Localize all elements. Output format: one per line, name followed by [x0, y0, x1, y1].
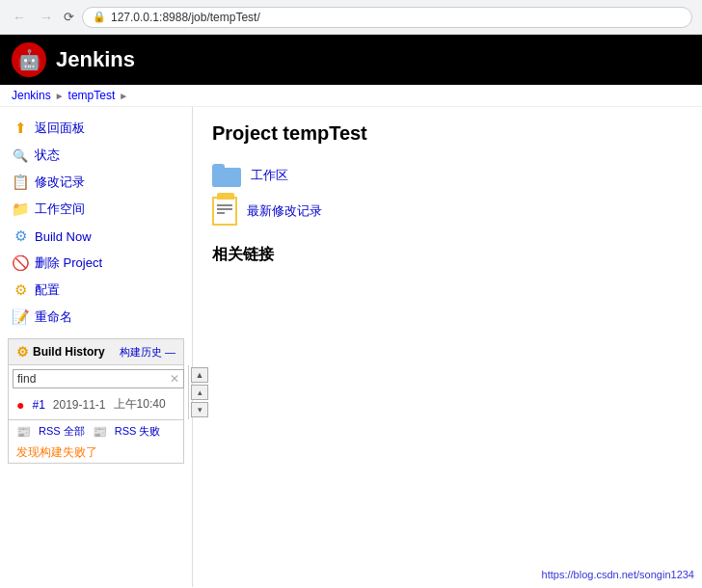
search-icon: 🔍: [12, 147, 29, 164]
build-item: ● #1 2019-11-1 上午10:40: [9, 392, 188, 416]
sidebar-label-rename[interactable]: 重命名: [35, 308, 72, 326]
build-number-link[interactable]: #1: [32, 398, 44, 412]
breadcrumb-arrow-2: ►: [119, 91, 128, 101]
sidebar-item-build-now[interactable]: ⚙ Build Now: [0, 223, 192, 250]
build-search-box: ✕: [13, 369, 184, 388]
sidebar-item-status[interactable]: 🔍 状态: [0, 142, 192, 169]
build-history-link[interactable]: 构建历史 —: [120, 345, 176, 360]
sidebar: ⬆ 返回面板 🔍 状态 📋 修改记录 📁 工作空间 ⚙ Build Now 🚫 …: [0, 107, 193, 587]
sidebar-item-rename[interactable]: 📝 重命名: [0, 304, 192, 331]
rename-icon: 📝: [12, 308, 29, 326]
build-icon: ⚙: [12, 227, 29, 245]
jenkins-title: Jenkins: [56, 47, 135, 72]
watermark: https://blog.csdn.net/songin1234: [542, 569, 694, 580]
sidebar-label-workspace[interactable]: 工作空间: [35, 200, 85, 218]
delete-icon: 🚫: [12, 254, 29, 272]
rss-all-icon: 📰: [16, 425, 31, 439]
sidebar-item-back[interactable]: ⬆ 返回面板: [0, 115, 192, 142]
build-time: 上午10:40: [114, 396, 166, 413]
sidebar-label-status[interactable]: 状态: [35, 147, 60, 164]
sidebar-label-delete[interactable]: 删除 Project: [35, 254, 102, 272]
refresh-button[interactable]: ⟳: [64, 10, 74, 24]
changelog-link[interactable]: 最新修改记录: [247, 202, 322, 220]
related-section-title: 相关链接: [212, 245, 683, 265]
build-history-list: ✕ ● #1 2019-11-1 上午10:40: [9, 365, 188, 419]
back-button[interactable]: ←: [10, 8, 29, 27]
sidebar-item-changelog[interactable]: 📋 修改记录: [0, 169, 192, 196]
content-area: Project tempTest 工作区 最新修: [193, 107, 702, 587]
forward-button[interactable]: →: [37, 8, 56, 27]
build-history-panel: ⚙ Build History 构建历史 — ✕ ● #1 2019-11-1 …: [8, 338, 184, 464]
build-history-header: ⚙ Build History 构建历史 —: [9, 339, 183, 365]
sidebar-item-delete[interactable]: 🚫 删除 Project: [0, 250, 192, 277]
build-history-title: ⚙ Build History: [16, 344, 105, 360]
build-search-input[interactable]: [14, 370, 166, 388]
project-links: 工作区 最新修改记录: [212, 164, 683, 226]
breadcrumb-arrow-1: ►: [55, 91, 65, 101]
folder-icon-large: [212, 164, 241, 187]
build-date: 2019-11-1: [53, 398, 106, 412]
build-history-content: ✕ ● #1 2019-11-1 上午10:40 ▲ ▴ ▾: [9, 365, 183, 419]
browser-bar: ← → ⟳ 🔒 127.0.0.1:8988/job/tempTest/: [0, 0, 702, 35]
sidebar-label-back[interactable]: 返回面板: [35, 120, 85, 137]
rss-fail-link[interactable]: RSS 失败: [115, 424, 161, 439]
sidebar-item-configure[interactable]: ⚙ 配置: [0, 277, 192, 304]
build-fail-note: 发现构建失败了: [9, 442, 183, 463]
jenkins-logo: 🤖: [12, 42, 46, 77]
rss-fail-icon: 📰: [93, 425, 107, 439]
address-bar[interactable]: 🔒 127.0.0.1:8988/job/tempTest/: [82, 7, 692, 28]
breadcrumb-jenkins[interactable]: Jenkins: [12, 89, 51, 102]
sidebar-label-changelog[interactable]: 修改记录: [35, 174, 85, 191]
breadcrumb: Jenkins ► tempTest ►: [0, 85, 702, 107]
changelog-link-item: 最新修改记录: [212, 197, 683, 226]
project-title: Project tempTest: [212, 122, 683, 145]
search-clear-icon[interactable]: ✕: [166, 370, 183, 388]
rss-all-link[interactable]: RSS 全部: [39, 424, 85, 439]
jenkins-header: 🤖 Jenkins: [0, 35, 702, 85]
sidebar-label-configure[interactable]: 配置: [35, 281, 60, 299]
build-status-icon: ●: [16, 397, 24, 413]
breadcrumb-temptest[interactable]: tempTest: [68, 89, 116, 102]
workspace-link-item: 工作区: [212, 164, 683, 187]
main-layout: ⬆ 返回面板 🔍 状态 📋 修改记录 📁 工作空间 ⚙ Build Now 🚫 …: [0, 107, 702, 587]
up-arrow-icon: ⬆: [12, 120, 29, 137]
lock-icon: 🔒: [93, 11, 106, 23]
build-history-label: Build History: [33, 345, 105, 359]
folder-icon: 📁: [12, 200, 29, 218]
build-rss-footer: 📰 RSS 全部 📰 RSS 失败: [9, 419, 183, 442]
changelog-icon: 📋: [12, 174, 29, 191]
url-text: 127.0.0.1:8988/job/tempTest/: [111, 11, 260, 24]
notepad-icon-large: [212, 197, 237, 226]
sidebar-item-workspace[interactable]: 📁 工作空间: [0, 196, 192, 223]
workspace-link[interactable]: 工作区: [251, 167, 288, 184]
sidebar-label-build-now[interactable]: Build Now: [35, 229, 92, 244]
configure-icon: ⚙: [12, 281, 29, 299]
